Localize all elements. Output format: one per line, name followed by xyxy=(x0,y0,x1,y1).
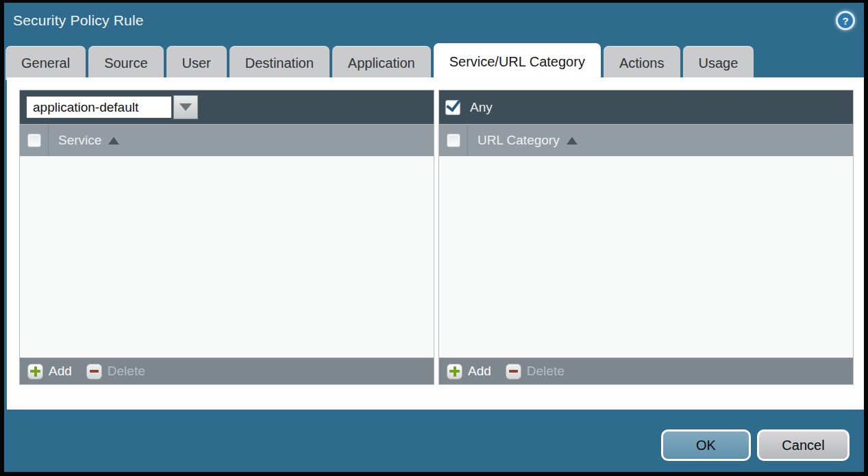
service-select-all-cell xyxy=(20,125,49,156)
service-select-all-checkbox[interactable] xyxy=(27,134,41,147)
tab-general[interactable]: General xyxy=(5,46,86,80)
tab-content-service-url-category: application-default Service Add xyxy=(7,77,864,410)
service-type-select-button[interactable] xyxy=(173,95,198,119)
url-category-add-label: Add xyxy=(468,364,491,379)
ok-button[interactable]: OK xyxy=(661,429,751,461)
service-add-button[interactable]: Add xyxy=(27,364,86,379)
tab-bar: General Source User Destination Applicat… xyxy=(5,43,754,80)
tab-source[interactable]: Source xyxy=(88,46,163,80)
add-plus-icon xyxy=(27,364,43,379)
tab-user[interactable]: User xyxy=(166,46,227,80)
url-category-any-checkbox[interactable] xyxy=(445,100,460,115)
help-icon[interactable]: ? xyxy=(836,11,855,30)
delete-minus-icon xyxy=(86,364,102,379)
service-type-select-value[interactable]: application-default xyxy=(26,96,172,118)
service-delete-button[interactable]: Delete xyxy=(86,364,145,379)
service-list-empty xyxy=(20,156,434,358)
service-column-label: Service xyxy=(58,133,101,148)
url-category-delete-label: Delete xyxy=(527,364,565,379)
url-category-add-button[interactable]: Add xyxy=(447,364,506,379)
security-policy-rule-dialog: Security Policy Rule ? General Source Us… xyxy=(0,0,868,476)
delete-minus-icon xyxy=(506,364,521,379)
service-panel-footer: Add Delete xyxy=(20,358,434,384)
tab-usage[interactable]: Usage xyxy=(683,46,754,80)
dialog-title: Security Policy Rule xyxy=(13,12,144,29)
url-category-column-label: URL Category xyxy=(478,133,560,148)
service-type-select[interactable]: application-default xyxy=(26,95,198,119)
url-category-delete-button[interactable]: Delete xyxy=(506,364,565,379)
cancel-button[interactable]: Cancel xyxy=(757,429,850,461)
tab-actions[interactable]: Actions xyxy=(604,46,680,80)
url-category-select-all-cell xyxy=(439,125,468,156)
service-add-label: Add xyxy=(49,364,72,379)
service-panel-toolbar: application-default xyxy=(20,90,434,124)
url-category-panel-footer: Add Delete xyxy=(439,358,853,384)
url-category-panel-toolbar: Any xyxy=(439,90,853,124)
sort-ascending-icon[interactable] xyxy=(567,137,578,145)
service-column-header: Service xyxy=(20,124,434,156)
url-category-select-all-checkbox[interactable] xyxy=(447,134,460,147)
url-category-any-label: Any xyxy=(470,100,493,115)
url-category-list-empty xyxy=(439,156,853,358)
url-category-column-header: URL Category xyxy=(439,124,853,156)
chevron-down-icon xyxy=(179,103,192,111)
tab-destination[interactable]: Destination xyxy=(230,46,330,80)
service-delete-label: Delete xyxy=(108,364,145,379)
tab-service-url-category[interactable]: Service/URL Category xyxy=(434,43,601,80)
tab-application[interactable]: Application xyxy=(332,46,431,80)
sort-ascending-icon[interactable] xyxy=(108,137,119,145)
add-plus-icon xyxy=(447,364,462,379)
url-category-panel: Any URL Category Add Delete xyxy=(438,90,854,385)
service-panel: application-default Service Add xyxy=(19,90,434,385)
